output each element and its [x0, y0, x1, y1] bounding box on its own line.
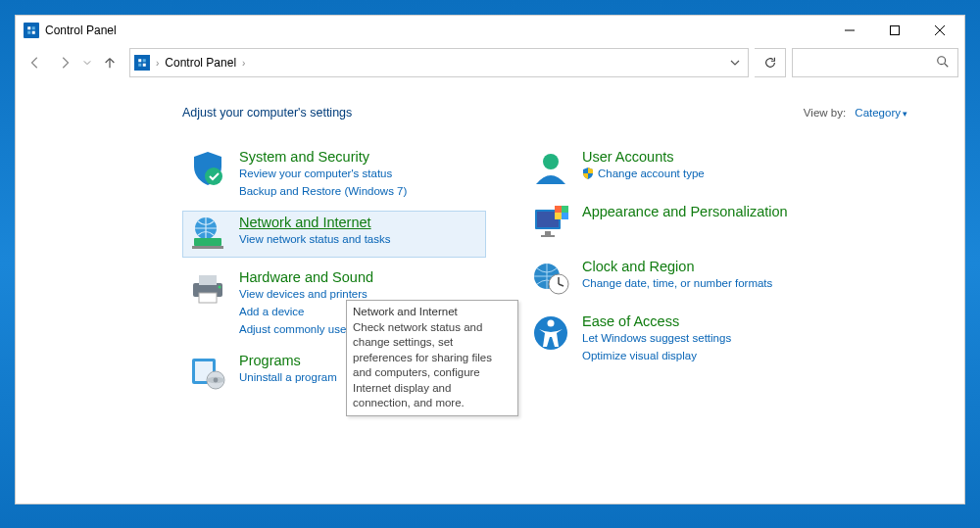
tooltip: Network and Internet Check network statu…	[346, 300, 518, 416]
category-link[interactable]: View network status and tasks	[239, 231, 390, 248]
address-bar[interactable]: › Control Panel ›	[129, 48, 749, 77]
address-icon	[134, 55, 150, 71]
categories-right-column: User Accounts Change account type Appear…	[525, 145, 829, 404]
refresh-button[interactable]	[755, 48, 786, 77]
svg-point-28	[214, 378, 219, 383]
svg-rect-3	[27, 31, 30, 34]
category-link[interactable]: Optimize visual display	[582, 348, 731, 364]
control-panel-icon	[24, 23, 39, 38]
category-system-and-security[interactable]: System and Security Review your computer…	[182, 145, 486, 203]
window-controls	[827, 16, 962, 45]
clock-globe-icon	[531, 259, 570, 298]
maximize-button[interactable]	[872, 16, 917, 45]
svg-rect-2	[32, 26, 35, 29]
user-icon	[531, 149, 570, 188]
svg-point-14	[938, 56, 946, 64]
svg-rect-33	[541, 235, 555, 237]
category-title[interactable]: Appearance and Personalization	[582, 204, 788, 219]
category-title[interactable]: Network and Internet	[239, 215, 390, 230]
svg-rect-35	[562, 206, 568, 213]
category-network-and-internet[interactable]: Network and Internet View network status…	[182, 211, 486, 258]
svg-rect-1	[27, 26, 30, 29]
category-ease-of-access[interactable]: Ease of Access Let Windows suggest setti…	[525, 310, 829, 367]
svg-rect-32	[545, 231, 551, 235]
breadcrumb-separator[interactable]: ›	[240, 58, 247, 69]
svg-rect-34	[555, 206, 562, 213]
nav-toolbar: › Control Panel ›	[16, 45, 964, 80]
category-title[interactable]: System and Security	[239, 149, 407, 165]
category-link[interactable]: Uninstall a program	[239, 369, 337, 386]
close-button[interactable]	[917, 16, 962, 45]
svg-rect-18	[194, 238, 221, 246]
category-link[interactable]: Let Windows suggest settings	[582, 330, 731, 347]
search-box[interactable]	[792, 48, 958, 77]
svg-rect-4	[32, 31, 35, 34]
uac-shield-icon	[582, 168, 594, 184]
forward-button[interactable]	[51, 49, 78, 76]
view-by-label: View by:	[804, 107, 846, 119]
back-button[interactable]	[22, 49, 49, 76]
control-panel-window: Control Panel › Control Panel ›	[15, 15, 965, 504]
printer-icon	[188, 269, 227, 309]
breadcrumb-root[interactable]: Control Panel	[165, 56, 236, 70]
svg-rect-11	[143, 59, 146, 62]
content-area: Adjust your computer's settings View by:…	[16, 80, 964, 504]
address-dropdown-button[interactable]	[726, 58, 744, 68]
svg-rect-6	[891, 26, 900, 35]
titlebar: Control Panel	[16, 16, 964, 45]
up-button[interactable]	[96, 49, 123, 76]
svg-rect-37	[562, 213, 568, 219]
svg-rect-12	[138, 64, 141, 67]
search-icon	[936, 55, 950, 72]
category-link[interactable]: Backup and Restore (Windows 7)	[239, 183, 407, 200]
category-user-accounts[interactable]: User Accounts Change account type	[525, 145, 829, 192]
category-title[interactable]: Programs	[239, 353, 337, 368]
svg-point-43	[548, 320, 555, 327]
svg-point-23	[219, 286, 221, 289]
programs-icon	[188, 353, 227, 392]
svg-rect-21	[199, 275, 217, 285]
svg-point-16	[205, 168, 222, 185]
tooltip-body: Check network status and change settings…	[353, 320, 512, 411]
globe-network-icon	[188, 215, 227, 254]
svg-rect-10	[138, 59, 141, 62]
category-appearance-and-personalization[interactable]: Appearance and Personalization	[525, 200, 829, 247]
category-link[interactable]: Change account type	[582, 166, 705, 184]
category-link[interactable]: Review your computer's status	[239, 166, 407, 182]
category-link[interactable]: Change date, time, or number formats	[582, 275, 772, 292]
svg-rect-36	[555, 213, 562, 219]
category-clock-and-region[interactable]: Clock and Region Change date, time, or n…	[525, 255, 829, 302]
recent-locations-button[interactable]	[80, 59, 94, 67]
svg-rect-13	[143, 64, 146, 67]
svg-point-29	[543, 154, 559, 169]
svg-rect-22	[199, 293, 217, 303]
svg-rect-19	[192, 246, 223, 249]
category-title[interactable]: Ease of Access	[582, 313, 731, 329]
view-by-dropdown[interactable]: Category▾	[855, 107, 907, 119]
personalization-icon	[531, 204, 570, 243]
breadcrumb-separator[interactable]: ›	[154, 58, 161, 69]
page-heading: Adjust your computer's settings	[182, 106, 352, 120]
accessibility-icon	[531, 313, 570, 353]
category-title[interactable]: Hardware and Sound	[239, 269, 436, 285]
category-title[interactable]: Clock and Region	[582, 259, 772, 274]
minimize-button[interactable]	[827, 16, 872, 45]
tooltip-title: Network and Internet	[353, 305, 512, 320]
view-by-control: View by: Category▾	[804, 107, 907, 119]
shield-check-icon	[188, 149, 227, 188]
window-title: Control Panel	[45, 24, 117, 37]
svg-line-15	[945, 63, 949, 67]
category-title[interactable]: User Accounts	[582, 149, 705, 165]
